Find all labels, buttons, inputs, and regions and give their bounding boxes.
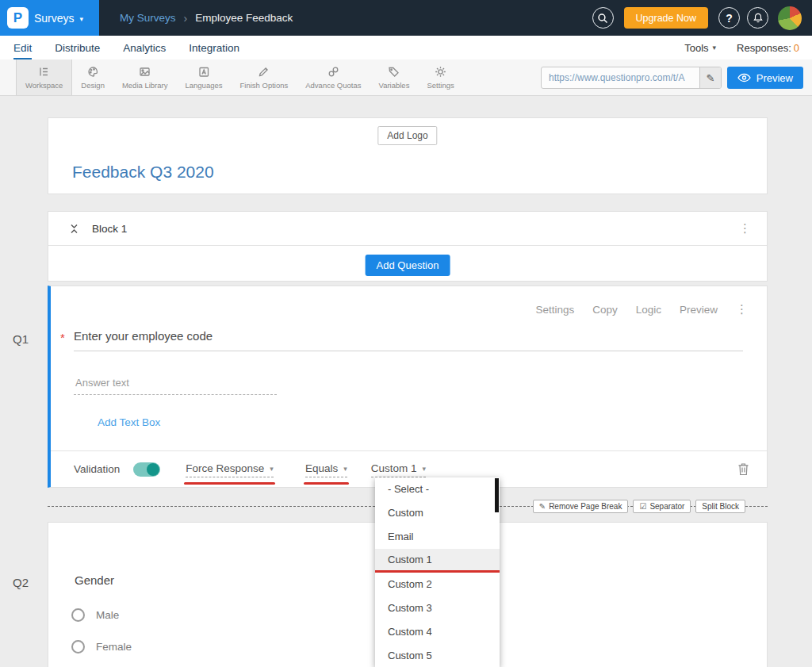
question-copy-link[interactable]: Copy: [592, 304, 618, 316]
split-block-button[interactable]: Split Block: [695, 500, 745, 513]
question-mark-icon: ?: [726, 12, 733, 25]
operator-label: Equals: [305, 462, 338, 474]
search-icon: [597, 13, 608, 24]
add-question-button[interactable]: Add Question: [366, 255, 450, 276]
remove-page-break-button[interactable]: ✎ Remove Page Break: [533, 500, 629, 513]
finish-options-icon: [257, 65, 270, 79]
eye-icon: [737, 73, 751, 82]
avatar[interactable]: [778, 6, 802, 30]
answer-option-row: Male: [71, 608, 119, 622]
delete-validation-button[interactable]: [737, 462, 749, 476]
workspace-icon: [37, 65, 51, 79]
dropdown-item[interactable]: Custom 5: [375, 644, 500, 667]
toolbar-item-label: Advance Quotas: [305, 81, 361, 90]
toolbar-item-label: Settings: [427, 81, 454, 90]
question-number-q2: Q2: [13, 576, 29, 589]
tab-analytics[interactable]: Analytics: [123, 36, 166, 59]
topbar-actions: Upgrade Now ?: [592, 6, 812, 30]
value-dropdown[interactable]: Custom 1 ▾: [371, 462, 426, 477]
survey-url-input[interactable]: https://www.questionpro.com/t/A: [542, 72, 699, 83]
chevron-down-icon: ▾: [270, 465, 274, 473]
toolbar-item-languages[interactable]: Languages: [176, 59, 231, 95]
value-dropdown-wrap: Custom 1 ▾: [371, 461, 426, 477]
dropdown-item[interactable]: Custom 4: [375, 620, 500, 644]
radio-button[interactable]: [71, 608, 85, 622]
question-settings-link[interactable]: Settings: [535, 304, 574, 316]
toolbar-item-workspace[interactable]: Workspace: [16, 59, 72, 95]
survey-title[interactable]: Feedback Q3 2020: [72, 163, 214, 182]
toolbar-item-label: Variables: [379, 81, 410, 90]
preview-button[interactable]: Preview: [727, 67, 803, 89]
dropdown-item[interactable]: Custom 2: [375, 573, 500, 596]
toolbar-item-settings[interactable]: Settings: [418, 59, 462, 95]
toolbar-item-variables[interactable]: Variables: [370, 59, 419, 95]
question-preview-link[interactable]: Preview: [680, 304, 718, 316]
tools-menu[interactable]: Tools ▾: [684, 42, 716, 54]
block-menu-button[interactable]: ⋮: [736, 221, 754, 236]
collapse-block-button[interactable]: [69, 223, 79, 235]
toolbar-item-design[interactable]: Design: [72, 59, 113, 95]
responses-label: Responses:: [737, 42, 791, 54]
chevron-down-icon: ▾: [713, 44, 717, 52]
toolbar-item-media-library[interactable]: Media Library: [113, 59, 177, 95]
checkbox-icon: ☑: [639, 502, 646, 511]
toolbar-item-label: Design: [81, 81, 105, 90]
toolbar-item-label: Workspace: [25, 81, 63, 90]
chevron-down-icon: ▾: [422, 465, 426, 473]
radio-button[interactable]: [71, 640, 85, 654]
dropdown-item[interactable]: - Select -: [375, 477, 500, 501]
answer-option-row: Female: [71, 640, 132, 654]
dropdown-scrollbar[interactable]: [495, 478, 499, 512]
search-button[interactable]: [592, 7, 614, 29]
survey-url-box: https://www.questionpro.com/t/A ✎: [541, 67, 722, 89]
survey-header-card: Add Logo Feedback Q3 2020: [48, 117, 768, 194]
dropdown-item[interactable]: Email: [375, 525, 500, 549]
nav-tabs: Edit Distribute Analytics Integration: [0, 36, 239, 59]
help-button[interactable]: ?: [718, 7, 740, 29]
radio-option-label[interactable]: Female: [96, 641, 132, 653]
tab-edit[interactable]: Edit: [13, 36, 32, 59]
question-text-input[interactable]: Gender: [75, 573, 114, 587]
toggle-knob: [147, 463, 159, 476]
force-response-label: Force Response: [186, 462, 264, 474]
validation-toggle[interactable]: [133, 462, 160, 477]
toolbar-item-finish-options[interactable]: Finish Options: [232, 59, 297, 95]
operator-dropdown[interactable]: Equals ▾: [305, 462, 347, 477]
question-menu-button[interactable]: ⋮: [736, 302, 748, 316]
radio-option-label[interactable]: Male: [96, 609, 119, 621]
add-logo-button[interactable]: Add Logo: [377, 126, 437, 145]
dropdown-item[interactable]: Custom: [375, 501, 500, 525]
add-text-box-link[interactable]: Add Text Box: [98, 416, 160, 428]
preview-label: Preview: [756, 72, 793, 84]
pencil-icon: ✎: [707, 72, 715, 84]
variables-tag-icon: [387, 65, 400, 79]
force-response-dropdown[interactable]: Force Response ▾: [186, 462, 274, 477]
question-text-input[interactable]: Enter your employee code: [74, 329, 213, 343]
question-logic-link[interactable]: Logic: [636, 304, 661, 316]
force-response-dropdown-wrap: Force Response ▾: [186, 461, 274, 477]
split-block-label: Split Block: [702, 502, 739, 511]
advance-quotas-icon: [327, 65, 340, 79]
product-name: Surveys: [34, 12, 75, 25]
product-switcher[interactable]: P Surveys ▾: [0, 0, 99, 36]
breadcrumb-my-surveys[interactable]: My Surveys: [120, 12, 176, 24]
value-label: Custom 1: [371, 462, 417, 474]
block-card: Block 1 ⋮ Add Question: [48, 211, 768, 282]
tab-integration[interactable]: Integration: [189, 36, 239, 59]
toolbar-item-advance-quotas[interactable]: Advance Quotas: [297, 59, 370, 95]
responses-counter[interactable]: Responses:0: [737, 42, 799, 54]
dropdown-item[interactable]: Custom 3: [375, 596, 500, 620]
edit-url-button[interactable]: ✎: [699, 67, 721, 88]
trash-icon: [737, 462, 749, 476]
media-image-icon: [138, 65, 151, 79]
separator-button[interactable]: ☑ Separator: [633, 500, 691, 513]
pencil-icon: ✎: [539, 502, 546, 511]
answer-text-input[interactable]: Answer text: [75, 377, 129, 389]
tab-distribute[interactable]: Distribute: [55, 36, 100, 59]
dropdown-item-selected[interactable]: Custom 1: [375, 549, 500, 573]
upgrade-button[interactable]: Upgrade Now: [624, 7, 708, 29]
notifications-button[interactable]: [747, 7, 768, 29]
logo-letter: P: [13, 10, 22, 26]
highlight-underline: [184, 482, 275, 485]
design-palette-icon: [86, 65, 100, 79]
